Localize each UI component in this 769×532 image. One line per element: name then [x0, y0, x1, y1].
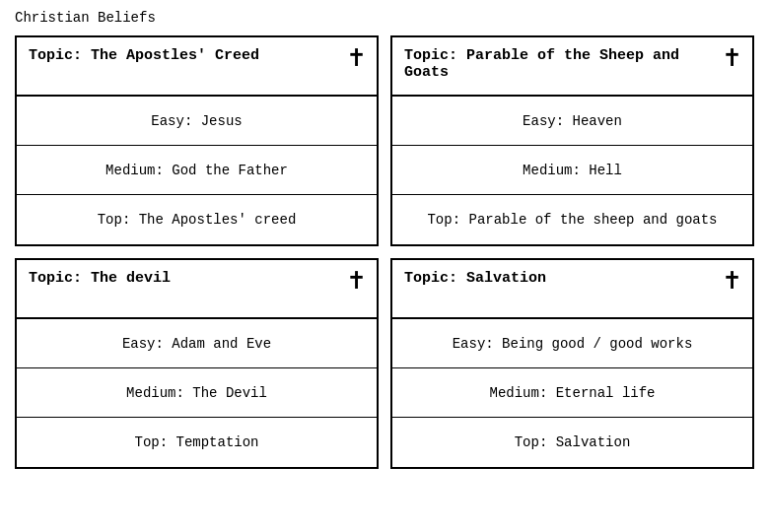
cross-icon-devil: ✝ [348, 268, 365, 296]
card-medium-devil: Medium: The Devil [17, 368, 377, 418]
card-medium-salvation: Medium: Eternal life [392, 368, 752, 418]
card-salvation: Topic: Salvation ✝ Easy: Being good / go… [390, 258, 754, 469]
cards-grid: Topic: The Apostles' Creed ✝ Easy: Jesus… [15, 35, 754, 469]
card-parable-sheep-goats: Topic: Parable of the Sheep and Goats ✝ … [390, 35, 754, 246]
card-devil: Topic: The devil ✝ Easy: Adam and Eve Me… [15, 258, 379, 469]
card-top-apostles-creed: Top: The Apostles' creed [17, 195, 377, 244]
card-header-parable-sheep-goats: Topic: Parable of the Sheep and Goats ✝ [392, 37, 752, 97]
card-header-devil: Topic: The devil ✝ [17, 260, 377, 319]
card-header-apostles-creed: Topic: The Apostles' Creed ✝ [17, 37, 377, 97]
card-title-apostles-creed: Topic: The Apostles' Creed [29, 47, 348, 64]
cross-icon-parable-sheep-goats: ✝ [724, 45, 740, 73]
cross-icon-salvation: ✝ [724, 268, 740, 296]
card-apostles-creed: Topic: The Apostles' Creed ✝ Easy: Jesus… [15, 35, 379, 246]
card-medium-apostles-creed: Medium: God the Father [17, 146, 377, 195]
card-easy-apostles-creed: Easy: Jesus [17, 97, 377, 146]
card-easy-salvation: Easy: Being good / good works [392, 319, 752, 368]
card-top-salvation: Top: Salvation [392, 418, 752, 467]
card-title-devil: Topic: The devil [29, 270, 348, 287]
card-top-devil: Top: Temptation [17, 418, 377, 467]
page-title: Christian Beliefs [15, 10, 754, 26]
card-easy-parable-sheep-goats: Easy: Heaven [392, 97, 752, 146]
card-easy-devil: Easy: Adam and Eve [17, 319, 377, 368]
cross-icon-apostles-creed: ✝ [348, 45, 365, 73]
card-title-parable-sheep-goats: Topic: Parable of the Sheep and Goats [404, 47, 724, 81]
card-medium-parable-sheep-goats: Medium: Hell [392, 146, 752, 195]
card-title-salvation: Topic: Salvation [404, 270, 724, 287]
card-header-salvation: Topic: Salvation ✝ [392, 260, 752, 319]
card-top-parable-sheep-goats: Top: Parable of the sheep and goats [392, 195, 752, 244]
